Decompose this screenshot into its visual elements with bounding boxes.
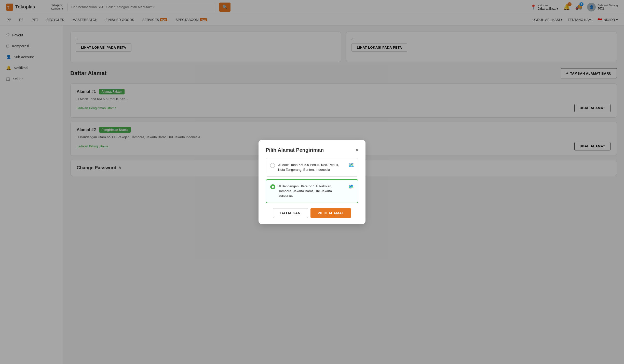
modal-actions: BATALKAN PILIH ALAMAT (266, 208, 358, 218)
modal-option-1[interactable]: Jl Moch Toha KM 5.5 Periuk, Kec. Periuk,… (266, 158, 358, 177)
cancel-button[interactable]: BATALKAN (273, 208, 308, 218)
modal-option-1-text: Jl Moch Toha KM 5.5 Periuk, Kec. Periuk,… (278, 162, 345, 172)
map-icon-1[interactable]: 🗺️ (348, 162, 354, 168)
modal-header: Pilih Alamat Pengiriman × (266, 147, 358, 153)
radio-inner-2 (272, 186, 274, 188)
modal-option-2-text: Jl Bandengan Utara no 1 H Pekojan, Tambo… (278, 184, 345, 199)
radio-1 (270, 163, 275, 168)
modal-close-button[interactable]: × (355, 147, 358, 152)
confirm-button[interactable]: PILIH ALAMAT (310, 208, 351, 218)
modal-overlay[interactable]: Pilih Alamat Pengiriman × Jl Moch Toha K… (0, 0, 624, 364)
modal-option-2[interactable]: Jl Bandengan Utara no 1 H Pekojan, Tambo… (266, 179, 358, 203)
map-icon-2[interactable]: 🗺️ (348, 184, 354, 189)
modal-title: Pilih Alamat Pengiriman (266, 147, 324, 153)
radio-2 (270, 184, 275, 189)
modal: Pilih Alamat Pengiriman × Jl Moch Toha K… (259, 140, 365, 224)
